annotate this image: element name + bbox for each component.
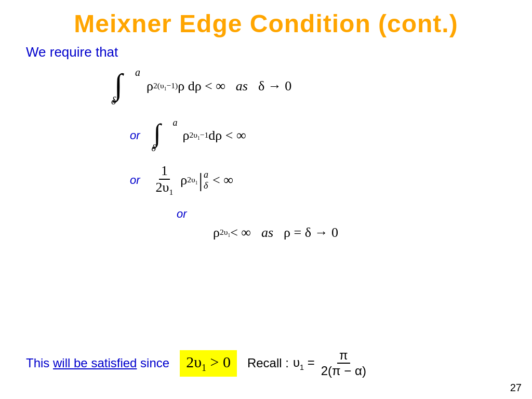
integral-upper-2: a [173,117,178,128]
as-word-2: as [261,225,273,241]
integral-lower-1: δ [111,95,116,107]
eval-limits: a δ [204,169,208,191]
or-row-1: or ∫ a δ ρ2υ1−1 dρ < ∞ [130,117,506,154]
recall-v1: υ1 = [293,355,315,371]
we-require-text: We require that [26,44,506,60]
first-integral-block: ∫ a δ ρ2(υ1−1) ρ dρ < ∞ as δ → 0 [109,65,506,107]
or-row-3: or ρ2υ1 < ∞ as ρ = δ → 0 [130,207,506,241]
or-label-3: or [177,207,187,221]
or-label-1: or [130,129,140,142]
satisfied-text: This will be satisfied since [26,356,169,370]
delta-arrow-1: δ → 0 [258,78,291,94]
bottom-section: This will be satisfied since 2υ1 > 0 Rec… [26,348,368,378]
as-word-1: as [236,78,248,94]
recall-fraction: π 2(π − α) [319,348,368,378]
integral-symbol-2: ∫ [154,120,161,146]
math-expr-3: ρ2υ1 [180,172,197,188]
less-inf-2: < ∞ [212,172,233,188]
highlight-box: 2υ1 > 0 [180,350,237,377]
eval-bracket: | [198,170,203,190]
or-row-2: or 1 2υ1 ρ2υ1 | a δ < ∞ [130,163,506,197]
title: Meixner Edge Condition (cont.) [0,0,532,38]
math-expr-1: ρ2(υ1−1) ρ dρ < ∞ [147,78,225,94]
math-expr-4: ρ2υ1 < ∞ [213,225,251,241]
math-expr-2: ρ2υ1−1 dρ < ∞ [183,128,246,143]
recall-label: Recall : [247,356,289,370]
fraction-1-2v1: 1 2υ1 [154,163,176,197]
recall-section: Recall : υ1 = π 2(π − α) [247,348,368,378]
page-number: 27 [510,382,522,394]
integral-upper-1: a [135,66,140,78]
rho-eq: ρ = δ → 0 [284,225,338,241]
integral-lower-2: δ [152,143,156,154]
or-label-2: or [130,174,140,187]
